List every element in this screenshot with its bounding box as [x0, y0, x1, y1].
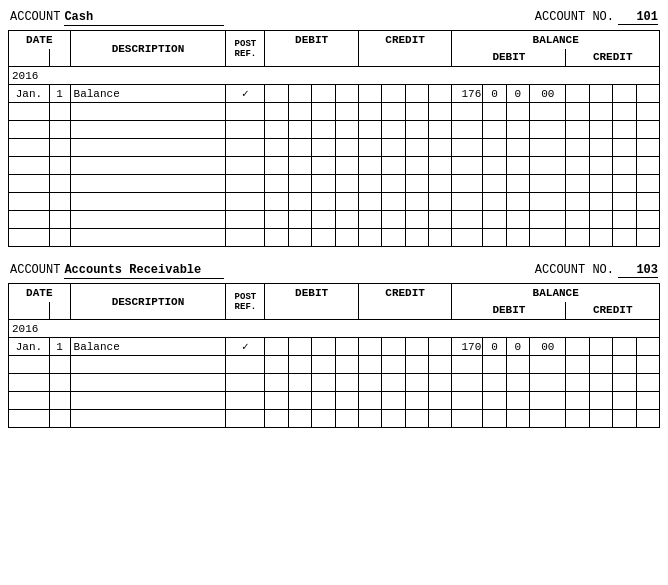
- year-cell: 2016: [9, 67, 660, 85]
- debit-cell: [288, 392, 311, 410]
- bal-debit-cell: [530, 157, 566, 175]
- day-cell: [49, 139, 70, 157]
- ledger2-th-post: POSTREF.: [226, 284, 265, 320]
- bal-debit-cell: [530, 356, 566, 374]
- bal-debit-cell: [483, 193, 506, 211]
- post-cell: [226, 121, 265, 139]
- bal-debit-cell: [483, 211, 506, 229]
- day-cell: [49, 410, 70, 428]
- debit-cell: [335, 85, 358, 103]
- table-row: [9, 103, 660, 121]
- bal-debit-cell: [530, 175, 566, 193]
- debit-cell: [335, 139, 358, 157]
- month-cell: [9, 103, 50, 121]
- debit-cell: [312, 103, 335, 121]
- bal-debit-cell: [483, 410, 506, 428]
- bal-credit-cell: [566, 103, 589, 121]
- debit-cell: [265, 356, 288, 374]
- bal-credit-cell: [566, 374, 589, 392]
- bal-debit-cell: [452, 121, 483, 139]
- ledger2-no-section: ACCOUNT NO. 103: [535, 263, 658, 278]
- credit-cell: [358, 392, 381, 410]
- debit-cell: [288, 338, 311, 356]
- month-cell: [9, 121, 50, 139]
- bal-debit-cell: [452, 356, 483, 374]
- credit-cell: [429, 374, 452, 392]
- month-cell: [9, 175, 50, 193]
- bal-credit-cell: [589, 85, 612, 103]
- debit-cell: [335, 374, 358, 392]
- bal-credit-cell: [589, 175, 612, 193]
- debit-cell: [312, 392, 335, 410]
- debit-cell: [288, 193, 311, 211]
- desc-cell: [70, 356, 226, 374]
- credit-cell: [358, 103, 381, 121]
- credit-cell: [429, 157, 452, 175]
- bal-credit-cell: [589, 193, 612, 211]
- desc-cell: [70, 103, 226, 121]
- debit-cell: [312, 229, 335, 247]
- post-cell: [226, 392, 265, 410]
- bal-debit-cell: [506, 175, 529, 193]
- credit-cell: [382, 85, 405, 103]
- bal-credit-cell: [613, 121, 636, 139]
- post-cell: [226, 103, 265, 121]
- bal-credit-cell: [613, 392, 636, 410]
- debit-cell: [335, 211, 358, 229]
- credit-cell: [429, 103, 452, 121]
- day-cell: [49, 103, 70, 121]
- debit-cell: [265, 157, 288, 175]
- bal-debit-cell: [452, 103, 483, 121]
- ledger1-th-date: DATE: [9, 31, 71, 49]
- credit-cell: [405, 211, 428, 229]
- month-cell: [9, 374, 50, 392]
- credit-cell: [405, 193, 428, 211]
- bal-credit-cell: [613, 410, 636, 428]
- credit-cell: [358, 211, 381, 229]
- credit-cell: [382, 175, 405, 193]
- desc-cell: [70, 175, 226, 193]
- ledger1-th-credit2: [358, 49, 452, 67]
- bal-debit-cell: [483, 356, 506, 374]
- post-cell: [226, 211, 265, 229]
- credit-cell: [429, 211, 452, 229]
- ledger1-account-label: ACCOUNT: [10, 10, 60, 24]
- debit-cell: [312, 211, 335, 229]
- table-row: [9, 211, 660, 229]
- bal-credit-cell: [566, 229, 589, 247]
- post-cell: ✓: [226, 85, 265, 103]
- bal-debit-cell: [530, 374, 566, 392]
- bal-debit-cell: [452, 374, 483, 392]
- bal-credit-cell: [566, 410, 589, 428]
- debit-cell: [312, 338, 335, 356]
- month-cell: [9, 229, 50, 247]
- bal-credit-cell: [589, 139, 612, 157]
- desc-cell: [70, 229, 226, 247]
- bal-debit-cell: [506, 121, 529, 139]
- ledger2-header-row1: DATE DESCRIPTION POSTREF. DEBIT CREDIT B…: [9, 284, 660, 302]
- ledger2-th-date: DATE: [9, 284, 71, 302]
- month-cell: Jan.: [9, 338, 50, 356]
- month-cell: [9, 193, 50, 211]
- debit-cell: [335, 193, 358, 211]
- desc-cell: [70, 121, 226, 139]
- ledger2-th-month: [9, 302, 50, 320]
- day-cell: [49, 356, 70, 374]
- credit-cell: [382, 139, 405, 157]
- debit-cell: [265, 211, 288, 229]
- month-cell: [9, 392, 50, 410]
- bal-credit-cell: [636, 193, 659, 211]
- bal-debit-cell: [530, 392, 566, 410]
- post-cell: [226, 410, 265, 428]
- debit-cell: [265, 121, 288, 139]
- bal-debit-cell: [506, 139, 529, 157]
- credit-cell: [405, 410, 428, 428]
- bal-credit-cell: [613, 157, 636, 175]
- credit-cell: [405, 103, 428, 121]
- debit-cell: [312, 85, 335, 103]
- bal-debit-cell: [506, 229, 529, 247]
- table-row: [9, 229, 660, 247]
- bal-debit-cell: [452, 211, 483, 229]
- ledger1-th-debit2: [265, 49, 359, 67]
- bal-debit-cell: [530, 103, 566, 121]
